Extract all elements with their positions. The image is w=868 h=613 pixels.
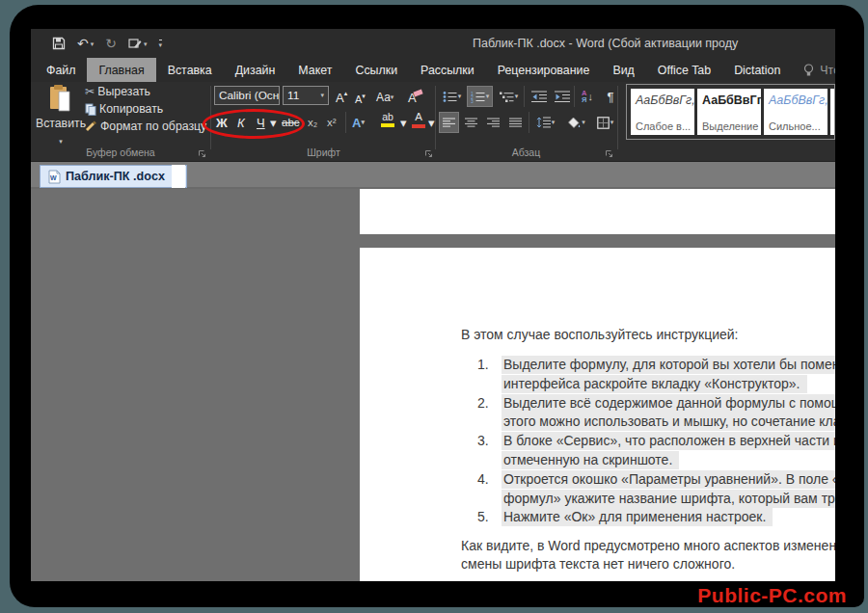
tab-design[interactable]: Дизайн (224, 58, 287, 82)
subscript-button[interactable]: х₂ (308, 112, 317, 133)
group-divider (435, 86, 436, 149)
numbering-button[interactable]: 123▾ (467, 86, 493, 107)
superscript-button[interactable]: x² (327, 112, 337, 133)
save-icon[interactable] (52, 37, 66, 50)
line-spacing-button[interactable]: ▾ (532, 112, 558, 133)
list-line: формул» укажите название шрифта, который… (502, 490, 835, 508)
copy-button[interactable]: Копировать (85, 102, 206, 116)
cut-button[interactable]: ✂ Вырезать (85, 85, 206, 98)
paste-button[interactable]: Вставить ▾ (39, 84, 83, 146)
tab-office-tab[interactable]: Office Tab (646, 58, 722, 82)
superscript-glyph: x² (327, 117, 337, 128)
document-area: В этом случае воспользуйтесь инструкцией… (31, 189, 835, 581)
font-color-bar (412, 124, 425, 128)
bullets-button[interactable]: ▾ (439, 86, 465, 107)
window-title: Паблик-ПК .docx - Word (Сбой активации п… (473, 37, 738, 50)
group-divider (617, 86, 618, 149)
touch-mode-button[interactable]: ▾ (128, 38, 148, 50)
style-card-intense-emphasis[interactable]: АаБбВвГг, Сильное... (764, 89, 827, 135)
list-line: Нажмите «Ок» для применения настроек. (502, 508, 773, 526)
undo-button[interactable]: ↶▾ (77, 37, 94, 50)
tab-review[interactable]: Рецензирование (486, 58, 602, 82)
justify-icon (509, 118, 522, 128)
style-preview: АаБбВвГг, (769, 93, 824, 107)
document-tab-title: Паблик-ПК .docx (66, 170, 165, 183)
borders-icon (597, 117, 610, 129)
increase-indent-button[interactable] (551, 86, 574, 107)
format-painter-button[interactable]: Формат по образцу (85, 120, 206, 133)
font-dialog-launcher[interactable] (424, 149, 433, 158)
numbering-icon: 123 (471, 91, 485, 103)
tab-view[interactable]: Вид (601, 58, 645, 82)
text-effects-button[interactable]: А▾ (352, 112, 365, 133)
font-color-dropdown[interactable]: ▾ (428, 112, 435, 133)
sort-button[interactable]: А Я ↓ (577, 86, 598, 107)
list-number: 2. (477, 394, 489, 413)
document-page[interactable]: В этом случае воспользуйтесь инструкцией… (360, 248, 835, 581)
multilevel-list-button[interactable]: ▾ (496, 86, 522, 107)
style-card-subtle-emphasis[interactable]: АаБбВвГг, Слабое в... (631, 89, 694, 135)
font-name-combo[interactable]: Calibri (Оснс ▾ (214, 86, 280, 105)
paragraph-dialog-launcher[interactable] (605, 149, 613, 158)
justify-button[interactable] (505, 112, 526, 133)
font-size-value: 11 (287, 89, 299, 102)
font-size-combo[interactable]: 11 ▾ (283, 86, 329, 105)
cut-label: Вырезать (97, 85, 150, 98)
borders-button[interactable]: ▾ (592, 112, 618, 133)
list-item: 1. Выделите формулу, для которой вы хоте… (461, 356, 835, 394)
chevron-down-icon: ▾ (320, 92, 324, 99)
title-bar: ↶▾ ↻ ▾ ▾ Паблик-ПК .docx - Word (Сбой ак… (31, 29, 835, 58)
paste-dropdown-icon: ▾ (59, 138, 63, 145)
annotation-oval (203, 109, 305, 139)
document-tab[interactable]: W Паблик-ПК .docx × (40, 165, 187, 188)
tell-me-label: Что вы хотите сде. (820, 64, 835, 77)
list-number: 1. (477, 356, 489, 375)
document-tab-bar: W Паблик-ПК .docx × (31, 162, 835, 189)
list-line: Выделите формулу, для которой вы хотели … (502, 356, 835, 374)
page-bottom-strip[interactable] (360, 189, 835, 234)
svg-text:W: W (50, 174, 57, 181)
list-line: Выделите всё содержимое данной формулы с… (502, 394, 835, 413)
tab-insert[interactable]: Вставка (156, 58, 224, 82)
lightbulb-icon (803, 64, 814, 77)
style-label: Выделение (702, 120, 757, 132)
tab-layout[interactable]: Макет (286, 58, 343, 82)
align-center-button[interactable] (461, 112, 481, 133)
shrink-font-button[interactable]: А▾ (355, 89, 366, 110)
list-item: 4. Откроется окошко «Параметры уравнений… (461, 470, 835, 509)
align-right-button[interactable] (483, 112, 503, 133)
style-card-emphasis[interactable]: АаБбВвГг, Выделение (697, 89, 761, 135)
align-left-button[interactable] (439, 112, 459, 133)
change-case-button[interactable]: Аа▾ (376, 87, 393, 108)
tab-references[interactable]: Ссылки (343, 58, 409, 82)
tab-dictation[interactable]: Dictation (722, 58, 792, 82)
list-line: отмеченную на скриншоте. (502, 451, 679, 469)
tab-file[interactable]: Файл (35, 58, 87, 82)
subscript-glyph: х₂ (308, 117, 317, 128)
clear-format-button[interactable]: А (408, 87, 422, 108)
clipboard-dialog-launcher[interactable] (198, 149, 206, 158)
highlight-button[interactable]: ab (381, 112, 394, 133)
paragraph-group-label: Абзац (437, 147, 615, 158)
paragraph-outro: Как видите, в Word предусмотрено много а… (461, 537, 835, 573)
align-left-icon (443, 118, 455, 128)
tab-home[interactable]: Главная (87, 58, 155, 82)
decrease-indent-button[interactable] (528, 86, 551, 107)
shading-button[interactable]: ▾ (563, 112, 589, 133)
highlight-dropdown[interactable]: ▾ (400, 112, 407, 133)
font-color-button[interactable]: А (412, 112, 425, 133)
customize-qat-button[interactable]: ▾ (159, 40, 163, 48)
show-marks-button[interactable]: ¶ (599, 86, 622, 107)
new-tab-button[interactable] (172, 165, 185, 188)
redo-button[interactable]: ↻ (105, 37, 117, 50)
group-paragraph: ▾ 123▾ ▾ А Я (437, 82, 615, 162)
shrink-font-glyph: А (355, 93, 362, 105)
clipboard-icon (48, 84, 74, 113)
style-card-strong[interactable]: Аа С (830, 89, 835, 135)
tell-me-box[interactable]: Что вы хотите сде. (798, 58, 835, 82)
style-preview: АаБбВвГг, (636, 93, 691, 107)
text-effects-glyph: А (352, 116, 361, 130)
font-color-glyph: А (415, 112, 422, 123)
tab-mailings[interactable]: Рассылки (409, 58, 486, 82)
grow-font-button[interactable]: А▴ (336, 87, 347, 108)
